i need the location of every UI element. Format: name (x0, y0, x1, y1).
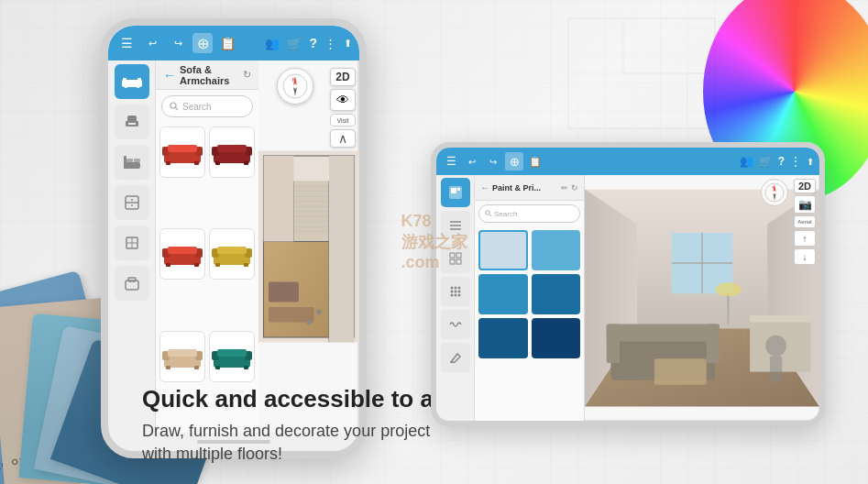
phone2-sidebar-tool-icon[interactable] (441, 343, 470, 372)
save-icon[interactable]: 📋 (216, 32, 238, 54)
svg-rect-9 (137, 85, 139, 88)
furniture-item-2[interactable] (209, 126, 255, 178)
svg-point-110 (457, 294, 460, 297)
phone2-undo-icon[interactable]: ↩ (463, 152, 481, 170)
phone2-compass-svg: N (764, 182, 785, 203)
svg-point-106 (454, 291, 456, 293)
phone-top-toolbar: ☰ ↩ ↪ ⊕ 📋 👥 🛒 ? ⋮ ⬆ (108, 26, 359, 60)
furniture-item-3[interactable] (159, 228, 205, 280)
phone2-sidebar-dots-icon[interactable] (441, 277, 470, 306)
furniture-item-1[interactable] (159, 126, 205, 178)
svg-point-136 (765, 336, 786, 357)
view-eye-button[interactable]: 👁 (330, 89, 356, 111)
people-icon[interactable]: 👥 (265, 37, 280, 50)
back-button[interactable]: ← (163, 68, 176, 82)
color-swatch-darkest-blue[interactable] (532, 318, 581, 358)
panel2-header: ← Paint & Pri... ✏ ↻ (475, 175, 584, 201)
phone2-center-icon[interactable]: ⊕ (505, 152, 523, 170)
svg-rect-133 (750, 315, 810, 323)
svg-rect-17 (134, 159, 140, 162)
refresh-icon[interactable]: ↻ (243, 69, 251, 81)
furniture-item-5[interactable] (159, 331, 205, 382)
svg-rect-63 (215, 366, 220, 369)
sidebar-sofa-icon[interactable] (115, 64, 149, 99)
phone2-save-icon[interactable]: 📋 (526, 152, 544, 170)
more-icon[interactable]: ⋮ (324, 37, 336, 50)
color-swatch-light-blue[interactable] (478, 230, 528, 270)
phone2-more-icon[interactable]: ⋮ (790, 155, 801, 168)
color-swatches-grid (475, 226, 584, 362)
phone2-view-2d-button[interactable]: 2D (794, 179, 816, 193)
undo-icon[interactable]: ↩ (141, 32, 163, 54)
svg-rect-93 (451, 188, 456, 193)
svg-rect-128 (607, 324, 720, 341)
phone2-help-icon[interactable]: ? (778, 155, 785, 168)
phone-sidebar (108, 60, 156, 433)
phone2-people-icon[interactable]: 👥 (740, 155, 753, 168)
svg-rect-51 (215, 263, 220, 267)
phone2-upload-icon[interactable]: ⬆ (807, 157, 814, 167)
phone2-top-right-icons: 👥 🛒 ? ⋮ ⬆ (740, 155, 814, 168)
sidebar-decor-icon[interactable] (115, 226, 149, 260)
search-bar[interactable]: Search (161, 95, 253, 117)
phone2-body: ← Paint & Pri... ✏ ↻ Search (436, 175, 819, 421)
phone2-refresh-icon[interactable]: ↻ (571, 183, 578, 192)
svg-rect-129 (607, 324, 620, 363)
svg-point-135 (715, 282, 741, 296)
svg-rect-94 (457, 188, 460, 191)
svg-rect-33 (166, 161, 170, 165)
sofa-svg-5 (160, 342, 204, 371)
phone2-sidebar-wave-icon[interactable] (441, 310, 470, 339)
color-swatch-medium-blue[interactable] (532, 230, 581, 270)
upload-icon[interactable]: ⬆ (344, 38, 352, 50)
svg-rect-98 (450, 253, 455, 258)
svg-point-86 (306, 320, 312, 325)
phone-small-screen: ☰ ↩ ↪ ⊕ 📋 👥 🛒 ? ⋮ ⬆ (436, 148, 819, 421)
phone2-sidebar-stripes-icon[interactable] (441, 211, 470, 240)
phone2-search-bar[interactable]: Search (478, 204, 580, 223)
svg-rect-52 (244, 263, 248, 267)
phone2-top-toolbar: ☰ ↩ ↪ ⊕ 📋 👥 🛒 ? ⋮ ⬆ (436, 148, 819, 175)
phone-small: ☰ ↩ ↪ ⊕ 📋 👥 🛒 ? ⋮ ⬆ (431, 142, 825, 426)
phone2-back-button[interactable]: ← (480, 182, 489, 192)
phone2-search-icon (485, 210, 492, 217)
phone2-down-button[interactable]: ↓ (794, 248, 816, 265)
svg-rect-85 (269, 307, 314, 323)
phone2-cart-icon[interactable]: 🛒 (759, 155, 773, 168)
svg-rect-16 (126, 159, 133, 162)
compass: N (277, 68, 313, 104)
phone2-up-button[interactable]: ↑ (794, 230, 816, 247)
svg-rect-50 (217, 247, 247, 254)
svg-point-108 (450, 294, 453, 297)
sidebar-misc-icon[interactable] (115, 266, 149, 301)
view-up-button[interactable]: ∧ (330, 129, 356, 148)
floorplan-view: N 2D 👁 Visit ∧ (258, 60, 359, 433)
phone2-camera-button[interactable]: 📷 (794, 195, 816, 214)
redo-icon[interactable]: ↪ (167, 32, 189, 54)
furniture-item-6[interactable] (209, 331, 255, 382)
phone2-edit-icon[interactable]: ✏ (561, 183, 568, 192)
panel-title: Sofa & Armchairs (180, 64, 239, 86)
view-2d-button[interactable]: 2D (330, 68, 356, 86)
sidebar-chairs-icon[interactable] (115, 104, 149, 139)
svg-rect-7 (137, 78, 141, 83)
phone2-menu-icon[interactable]: ☰ (442, 152, 460, 170)
sidebar-storage-icon[interactable] (115, 185, 149, 220)
svg-rect-15 (124, 156, 126, 169)
color-swatch-darker-blue[interactable] (478, 318, 528, 358)
color-swatch-blue[interactable] (478, 274, 528, 314)
svg-point-107 (457, 291, 460, 293)
color-swatch-dark-blue[interactable] (532, 274, 581, 314)
svg-point-102 (450, 287, 453, 290)
phone2-redo-icon[interactable]: ↪ (484, 152, 502, 170)
cart-icon[interactable]: 🛒 (287, 37, 302, 50)
center-icon[interactable]: ⊕ (192, 33, 213, 53)
phone2-sidebar-grid-icon[interactable] (441, 244, 470, 273)
svg-rect-111 (450, 361, 454, 363)
phone2-sidebar-paint-icon[interactable] (441, 178, 470, 207)
help-icon[interactable]: ? (309, 36, 317, 50)
menu-icon[interactable]: ☰ (115, 32, 137, 54)
sidebar-bed-icon[interactable] (115, 145, 149, 180)
furniture-item-4[interactable] (209, 228, 255, 280)
search-icon (170, 102, 179, 111)
